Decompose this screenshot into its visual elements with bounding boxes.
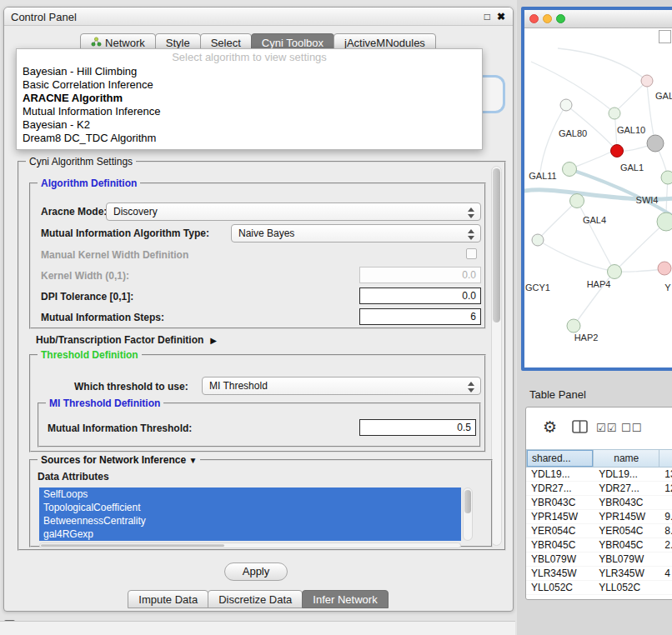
node[interactable] [532, 234, 544, 246]
close-traffic-light[interactable] [529, 14, 539, 23]
node[interactable] [641, 75, 653, 87]
aracne-mode-value: Discovery [113, 206, 158, 218]
which-threshold-select[interactable]: MI Threshold [202, 377, 481, 395]
cell-shared-name: YER054C [526, 524, 594, 538]
cell-name: YBR045C [594, 538, 659, 552]
node[interactable] [609, 108, 620, 119]
network-canvas[interactable]: GAL80 GAL10 GAL11 GAL1 SWI4 GAL4 GCY1 HA… [524, 28, 672, 368]
which-threshold-value: MI Threshold [209, 380, 268, 392]
list-item[interactable]: TopologicalCoefficient [39, 501, 461, 514]
algorithm-definition-title: Algorithm Definition [38, 178, 140, 189]
dpi-tolerance-label: DPI Tolerance [0,1]: [41, 291, 133, 302]
deselect-all-checkboxes-icon[interactable]: ☐☐ [621, 422, 642, 434]
cell-shared-name: YPR145W [526, 510, 594, 523]
columns-icon[interactable] [572, 420, 589, 437]
mi-steps-field[interactable]: 6 [359, 308, 481, 325]
table-row[interactable]: YER054C YER054C 8. [526, 524, 672, 538]
table-panel-window: ⚙ ☑☑ ☐☐ shared... name YDL19... YDL19...… [525, 407, 672, 600]
cell-value [659, 581, 672, 594]
minimize-traffic-light[interactable] [543, 14, 552, 23]
table-row[interactable]: YDR27... YDR27... 12 [526, 482, 672, 496]
table-row[interactable]: YBL079W YBL079W [526, 552, 672, 567]
network-view-window: GAL80 GAL10 GAL11 GAL1 SWI4 GAL4 GCY1 HA… [521, 7, 672, 371]
scrollbar-thumb[interactable] [464, 490, 471, 513]
table-row[interactable]: YLL052C YLL052C [526, 581, 672, 595]
table-row[interactable]: YPR145W YPR145W 9. [526, 510, 672, 524]
cell-name: YLR345W [594, 567, 659, 580]
node[interactable] [657, 212, 672, 231]
column-header-name[interactable]: name [594, 449, 659, 468]
cell-shared-name: YBL079W [526, 552, 594, 566]
node-label: GAL10 [617, 125, 645, 135]
close-icon[interactable]: ✖ [497, 11, 505, 22]
dropdown-item[interactable]: Bayesian - Hill Climbing [17, 65, 482, 78]
column-header-shared-name[interactable]: shared... [526, 449, 594, 468]
list-horizontal-scrollbar[interactable] [39, 542, 461, 548]
tab-impute-data[interactable]: Impute Data [128, 590, 208, 608]
apply-button[interactable]: Apply [224, 562, 288, 581]
select-all-checkboxes-icon[interactable]: ☑☑ [596, 422, 617, 434]
scrollbar-thumb[interactable] [41, 544, 224, 547]
node-gal10-red[interactable] [611, 145, 624, 158]
dropdown-item[interactable]: Basic Correlation Inference [17, 78, 482, 92]
float-window-icon[interactable]: □ [484, 11, 490, 22]
gear-icon[interactable]: ⚙ [543, 418, 557, 437]
hub-tf-disclosure[interactable]: Hub/Transcription Factor Definition ▶ [36, 334, 217, 346]
control-panel-title: Control Panel [11, 11, 77, 23]
dropdown-item-selected[interactable]: ARACNE Algorithm [17, 92, 482, 105]
table-row[interactable]: YBR045C YBR045C 2. [526, 538, 672, 552]
bottom-tab-bar: Impute Data Discretize Data Infer Networ… [4, 590, 513, 608]
dpi-tolerance-field[interactable]: 0.0 [359, 288, 481, 304]
node[interactable] [661, 171, 672, 184]
list-item[interactable]: SelfLoops [39, 488, 461, 501]
node[interactable] [658, 262, 671, 275]
column-header-clipped[interactable] [659, 449, 672, 468]
zoom-traffic-light[interactable] [556, 14, 565, 23]
table-row[interactable]: YBR043C YBR043C [526, 496, 672, 510]
mi-threshold-title: MI Threshold Definition [46, 398, 163, 409]
kernel-width-field[interactable]: 0.0 [359, 267, 481, 283]
table-toolbar: ⚙ ☑☑ ☐☐ [526, 408, 672, 449]
list-item[interactable]: gal4RGexp [39, 528, 461, 541]
canvas-scrollbar-corner[interactable] [659, 30, 671, 43]
list-item[interactable]: BetweennessCentrality [39, 514, 461, 528]
cyni-algorithm-settings-group: Cyni Algorithm Settings Algorithm Defini… [18, 161, 506, 551]
sources-label: Sources for Network Inference [41, 454, 186, 466]
node[interactable] [608, 265, 622, 279]
cell-value: 4 [659, 567, 672, 580]
cell-value: 2. [659, 538, 672, 552]
tab-discretize-data[interactable]: Discretize Data [208, 590, 303, 608]
aracne-mode-select[interactable]: Discovery [106, 202, 481, 221]
dropdown-item[interactable]: Mutual Information Inference [17, 105, 482, 118]
mi-threshold-field[interactable]: 0.5 [359, 419, 476, 436]
scrollbar-thumb[interactable] [493, 168, 500, 322]
list-vertical-scrollbar[interactable] [463, 488, 473, 541]
threshold-definition-title: Threshold Definition [38, 349, 142, 361]
algorithm-dropdown-popup: Select algorithm to view settings Bayesi… [16, 48, 483, 150]
threshold-definition-group: Threshold Definition Which threshold to … [29, 354, 486, 452]
node[interactable] [567, 319, 580, 332]
node-label: GAL11 [529, 171, 556, 181]
expand-arrow-icon: ▶ [210, 336, 217, 345]
sources-title[interactable]: Sources for Network Inference ▼ [38, 454, 200, 466]
manual-kernel-checkbox[interactable] [466, 248, 477, 259]
table-row[interactable]: YLR345W YLR345W 4 [526, 567, 672, 581]
network-window-titlebar [524, 10, 672, 28]
dropdown-item[interactable]: Bayesian - K2 [17, 118, 482, 132]
dropdown-item[interactable]: Dream8 DC_TDC Algorithm [17, 132, 482, 145]
mi-threshold-group: MI Threshold Definition Mutual Informati… [38, 402, 481, 448]
cell-value: 8. [659, 524, 672, 538]
mi-steps-label: Mutual Information Steps: [41, 312, 164, 323]
node[interactable] [570, 194, 584, 208]
stepper-arrows-icon [468, 228, 474, 240]
cell-shared-name: YDL19... [526, 468, 594, 481]
node[interactable] [560, 99, 572, 111]
table-row[interactable]: YDL19... YDL19... 13 [526, 468, 672, 482]
cell-value: 12 [659, 482, 672, 495]
node-gray[interactable] [647, 135, 664, 152]
cell-name: YBR043C [594, 496, 659, 509]
node[interactable] [563, 162, 577, 177]
cell-shared-name: YLR345W [526, 567, 594, 580]
mi-type-select[interactable]: Naive Bayes [231, 224, 481, 242]
tab-infer-network[interactable]: Infer Network [302, 590, 388, 608]
